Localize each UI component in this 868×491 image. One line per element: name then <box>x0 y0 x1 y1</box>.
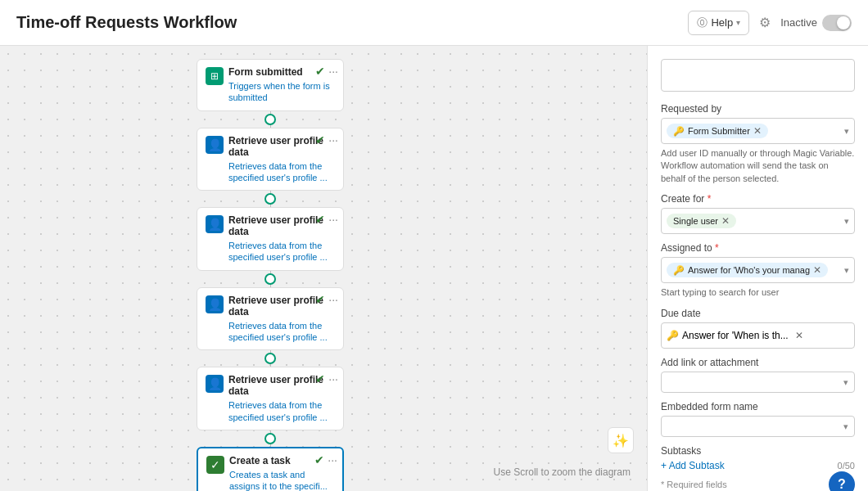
requested-by-chip-label: Form Submitter <box>688 126 750 136</box>
gear-icon[interactable]: ⚙ <box>759 15 771 30</box>
check-icon-r3: ✔ <box>315 293 325 306</box>
assigned-to-field: Assigned to * 🔑 Answer for 'Who's your m… <box>661 242 855 299</box>
node-retrieve-1[interactable]: 👤 Retrieve user profile data Retrieves d… <box>197 128 344 191</box>
node-retrieve-2[interactable]: 👤 Retrieve user profile data Retrieves d… <box>197 207 344 271</box>
add-link-field: Add link or attachment <box>661 357 855 393</box>
subtasks-header: + Add Subtask 0/50 <box>661 460 855 471</box>
requested-by-select[interactable]: 🔑 Form Submitter ✕ ▾ <box>661 118 855 144</box>
workflow-canvas[interactable]: ⊞ Form submitted Triggers when the form … <box>0 46 647 491</box>
add-link-label: Add link or attachment <box>661 357 855 368</box>
inactive-toggle[interactable] <box>822 15 852 31</box>
create-for-select[interactable]: Single user ✕ ▾ <box>661 208 855 234</box>
help-label: Help <box>711 16 733 29</box>
assigned-to-chip: 🔑 Answer for 'Who's your manag ✕ <box>667 263 828 277</box>
due-date-chip-label: Answer for 'When is th... <box>682 330 789 341</box>
node-retrieve-4[interactable]: 👤 Retrieve user profile data Retrieves d… <box>197 367 344 430</box>
add-subtask-button[interactable]: + Add Subtask <box>661 460 725 471</box>
embedded-form-label: Embedded form name <box>661 401 855 412</box>
check-icon-r2: ✔ <box>315 213 325 226</box>
node-actions-form: ✔ ··· <box>315 65 338 78</box>
node-icon-retrieve-4: 👤 <box>206 375 224 393</box>
node-icon-create-task: ✓ <box>206 456 224 474</box>
required-note: * Required fields <box>661 480 855 489</box>
assigned-to-helper: Start typing to search for user <box>661 286 855 299</box>
magic-icon-assigned: 🔑 <box>673 265 685 276</box>
connector-1 <box>270 111 271 128</box>
check-icon-r4: ✔ <box>315 372 325 385</box>
dots-icon-form[interactable]: ··· <box>328 65 338 78</box>
subtasks-section: Subtasks + Add Subtask 0/50 <box>661 445 855 471</box>
connector-2 <box>270 191 271 207</box>
header: Time-off Requests Workflow ⓪ Help ▾ ⚙ In… <box>0 0 868 46</box>
assigned-to-chip-label: Answer for 'Who's your manag <box>688 265 810 275</box>
due-date-field: Due date 🔑 Answer for 'When is th... ✕ <box>661 308 855 349</box>
magic-icon-due: 🔑 <box>667 330 679 341</box>
node-actions-retrieve-3: ✔ ··· <box>315 293 338 306</box>
help-button[interactable]: ⓪ Help ▾ <box>688 11 749 35</box>
node-actions-retrieve-4: ✔ ··· <box>315 372 338 385</box>
connector-3 <box>270 271 271 287</box>
node-actions-retrieve-1: ✔ ··· <box>315 133 338 146</box>
node-actions-retrieve-2: ✔ ··· <box>315 213 338 226</box>
subtasks-count: 0/50 <box>838 461 855 471</box>
requested-by-helper: Add user ID manually or through Magic Va… <box>661 147 855 185</box>
node-icon-retrieve-2: 👤 <box>206 215 224 233</box>
scroll-hint-text: Use Scroll to zoom the diagram <box>494 466 631 478</box>
node-retrieve-3[interactable]: 👤 Retrieve user profile data Retrieves d… <box>197 287 344 351</box>
assigned-to-label: Assigned to * <box>661 242 855 254</box>
subtasks-label: Subtasks <box>661 445 855 457</box>
magic-icon-req: 🔑 <box>673 126 685 137</box>
dots-icon-ct[interactable]: ··· <box>328 453 337 466</box>
requested-by-label: Requested by <box>661 103 855 115</box>
assigned-to-select[interactable]: 🔑 Answer for 'Who's your manag ✕ ▾ <box>661 257 855 283</box>
add-link-select[interactable] <box>661 372 855 393</box>
inactive-toggle-wrap: Inactive <box>780 15 852 31</box>
due-date-input[interactable]: 🔑 Answer for 'When is th... ✕ <box>661 322 855 349</box>
panel-top-input[interactable] <box>661 59 855 92</box>
create-for-label: Create for * <box>661 193 855 205</box>
scroll-hint: Use Scroll to zoom the diagram <box>494 466 631 478</box>
embedded-form-dropdown[interactable] <box>661 416 855 437</box>
help-bubble[interactable]: ? <box>829 471 855 491</box>
node-desc-retrieve-2: Retrieves data from the specified user's… <box>228 240 335 264</box>
node-desc-retrieve-1: Retrieves data from the specified user's… <box>228 160 335 184</box>
chevron-down-icon: ▾ <box>736 18 740 27</box>
check-icon-form: ✔ <box>315 65 325 78</box>
dots-icon-r1[interactable]: ··· <box>328 133 338 146</box>
create-for-field: Create for * Single user ✕ ▾ <box>661 193 855 234</box>
due-date-label: Due date <box>661 308 855 319</box>
right-panel: Requested by 🔑 Form Submitter ✕ ▾ Add us… <box>647 46 868 491</box>
assigned-to-required: * <box>715 242 719 254</box>
requested-by-chip-close[interactable]: ✕ <box>753 125 762 137</box>
create-for-required: * <box>708 193 712 205</box>
assigned-to-arrow: ▾ <box>844 265 849 276</box>
check-icon-ct: ✔ <box>314 453 324 466</box>
node-icon-retrieve-1: 👤 <box>206 136 224 154</box>
assigned-to-chip-close[interactable]: ✕ <box>813 264 821 276</box>
embedded-form-select[interactable] <box>661 416 855 437</box>
node-form-submitted[interactable]: ⊞ Form submitted Triggers when the form … <box>197 59 344 111</box>
magic-wand-button[interactable]: ✨ <box>608 427 634 453</box>
node-desc-form: Triggers when the form is submitted <box>228 80 335 104</box>
node-icon-form: ⊞ <box>206 67 224 85</box>
node-actions-create-task: ✔ ··· <box>314 453 337 466</box>
nodes-container: ⊞ Form submitted Triggers when the form … <box>180 46 360 491</box>
dots-icon-r3[interactable]: ··· <box>328 293 338 306</box>
help-circle-icon: ⓪ <box>697 16 708 30</box>
create-for-chip-label: Single user <box>673 216 718 226</box>
node-desc-create-task: Creates a task and assigns it to the spe… <box>229 469 334 491</box>
due-date-chip-close[interactable]: ✕ <box>795 330 803 341</box>
requested-by-field: Requested by 🔑 Form Submitter ✕ ▾ Add us… <box>661 103 855 185</box>
toggle-knob <box>837 16 850 29</box>
check-icon-r1: ✔ <box>315 133 325 146</box>
page-title: Time-off Requests Workflow <box>16 13 237 32</box>
node-create-task[interactable]: ✓ Create a task Creates a task and assig… <box>197 447 344 491</box>
add-link-dropdown[interactable] <box>661 372 855 393</box>
header-actions: ⓪ Help ▾ ⚙ Inactive <box>688 11 852 35</box>
node-icon-retrieve-3: 👤 <box>206 295 224 313</box>
connector-4 <box>270 350 271 367</box>
connector-5 <box>270 430 271 447</box>
create-for-chip-close[interactable]: ✕ <box>721 215 730 227</box>
dots-icon-r2[interactable]: ··· <box>328 213 338 226</box>
dots-icon-r4[interactable]: ··· <box>328 372 338 385</box>
